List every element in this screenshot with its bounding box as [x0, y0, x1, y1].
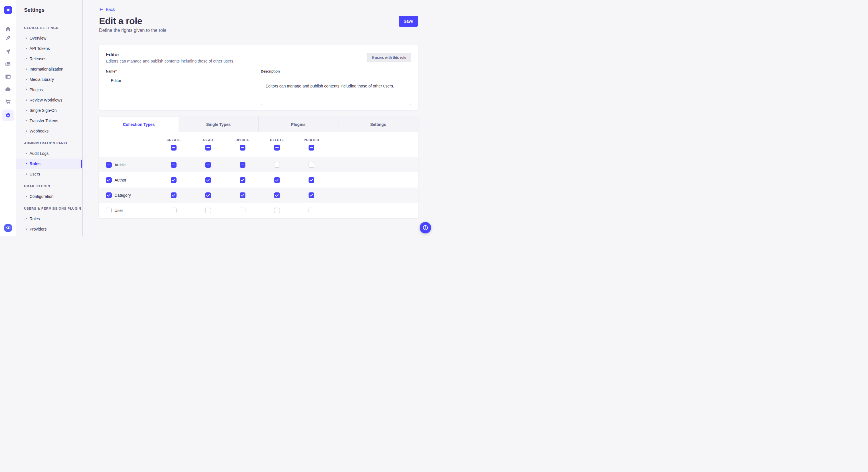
user-avatar[interactable]: KD	[4, 224, 12, 232]
checkbox-cell	[156, 193, 191, 198]
column-header-read: READ	[191, 138, 225, 142]
row-checkbox-author[interactable]	[106, 177, 112, 183]
sidebar-item-webhooks[interactable]: Webhooks	[16, 126, 82, 136]
checkbox-cell	[294, 208, 329, 213]
checkbox-cell	[294, 193, 329, 198]
back-arrow-icon	[99, 7, 104, 12]
sidebar-item-roles[interactable]: Roles	[16, 159, 82, 169]
sidebar-item-configuration[interactable]: Configuration	[16, 191, 82, 202]
row-checkbox-user[interactable]	[106, 208, 112, 213]
sidebar-section-label: USERS & PERMISSIONS PLUGIN	[16, 206, 82, 211]
tab-settings[interactable]: Settings	[338, 117, 418, 132]
permissions-table: CREATEREADUPDATEDELETEPUBLISH ArticleAut…	[99, 132, 418, 218]
row-label-cell: Author	[99, 177, 156, 183]
select-all-create-checkbox[interactable]	[171, 145, 177, 150]
main-content: Back Edit a role Define the rights given…	[83, 0, 434, 236]
back-link[interactable]: Back	[99, 7, 115, 12]
name-input[interactable]	[106, 75, 256, 86]
bullet-dot-icon	[26, 229, 27, 230]
sidebar-item-media-library[interactable]: Media Library	[16, 74, 82, 85]
checkbox-author-create[interactable]	[171, 177, 177, 183]
sidebar-title: Settings	[16, 0, 82, 13]
row-checkbox-category[interactable]	[106, 193, 112, 198]
sidebar-item-overview[interactable]: Overview	[16, 33, 82, 43]
sidebar-item-api-tokens[interactable]: API Tokens	[16, 43, 82, 54]
bullet-dot-icon	[26, 131, 27, 132]
row-label-cell: Article	[99, 162, 156, 168]
permissions-card: Collection TypesSingle TypesPluginsSetti…	[99, 117, 418, 218]
strapi-logo[interactable]	[4, 6, 12, 14]
checkbox-author-delete[interactable]	[274, 177, 280, 183]
checkbox-user-publish[interactable]	[309, 208, 314, 213]
checkbox-category-read[interactable]	[205, 193, 211, 198]
checkbox-article-read[interactable]	[205, 162, 211, 168]
checkbox-user-read[interactable]	[205, 208, 211, 213]
checkbox-user-delete[interactable]	[274, 208, 280, 213]
tab-plugins[interactable]: Plugins	[258, 117, 338, 132]
checkbox-author-read[interactable]	[205, 177, 211, 183]
tab-collection-types[interactable]: Collection Types	[99, 117, 179, 132]
sidebar-item-releases[interactable]: Releases	[16, 54, 82, 64]
checkbox-user-update[interactable]	[240, 208, 245, 213]
sidebar-section-label: GLOBAL SETTINGS	[16, 26, 82, 30]
content-manager-icon[interactable]	[0, 33, 16, 43]
save-button[interactable]: Save	[399, 16, 418, 27]
checkbox-cell	[294, 162, 329, 168]
checkbox-article-update[interactable]	[240, 162, 245, 168]
checkbox-author-update[interactable]	[240, 177, 245, 183]
select-all-publish-checkbox[interactable]	[309, 145, 314, 150]
checkbox-cell	[260, 208, 294, 213]
cloud-icon[interactable]	[0, 84, 16, 94]
media-library-icon[interactable]	[0, 59, 16, 69]
checkbox-category-delete[interactable]	[274, 193, 280, 198]
row-checkbox-article[interactable]	[106, 162, 112, 168]
select-all-read-checkbox[interactable]	[205, 145, 211, 150]
bullet-dot-icon	[26, 58, 27, 59]
row-label: Article	[115, 163, 126, 167]
sidebar-item-audit-logs[interactable]: Audit Logs	[16, 148, 82, 159]
column-header-delete: DELETE	[260, 138, 294, 142]
checkbox-category-create[interactable]	[171, 193, 177, 198]
description-textarea[interactable]	[261, 75, 411, 105]
sidebar-item-plugins[interactable]: Plugins	[16, 85, 82, 95]
required-asterisk: *	[115, 69, 117, 73]
sidebar-item-transfer-tokens[interactable]: Transfer Tokens	[16, 115, 82, 126]
row-label-cell: User	[99, 208, 156, 213]
marketplace-icon[interactable]	[0, 97, 16, 107]
sidebar-item-single-sign-on[interactable]: Single Sign-On	[16, 105, 82, 115]
releases-icon[interactable]	[0, 46, 16, 56]
checkbox-category-publish[interactable]	[309, 193, 314, 198]
sidebar-item-label: Releases	[30, 57, 46, 61]
select-all-delete-checkbox[interactable]	[274, 145, 280, 150]
permission-row-user: User	[99, 203, 418, 218]
checkbox-author-publish[interactable]	[309, 177, 314, 183]
rail-divider	[0, 16, 16, 16]
page-subtitle: Define the rights given to the role	[99, 28, 166, 33]
home-icon[interactable]	[0, 24, 16, 34]
help-button[interactable]	[420, 222, 431, 233]
checkbox-cell	[191, 193, 225, 198]
sidebar-item-internationalization[interactable]: Internationalization	[16, 64, 82, 74]
sidebar-item-users[interactable]: Users	[16, 169, 82, 179]
bullet-dot-icon	[26, 173, 27, 175]
permissions-tabs: Collection TypesSingle TypesPluginsSetti…	[99, 117, 418, 132]
sidebar-item-roles[interactable]: Roles	[16, 214, 82, 224]
users-with-role-button[interactable]: 0 users with this role	[367, 53, 411, 62]
bullet-dot-icon	[26, 89, 27, 90]
checkbox-article-create[interactable]	[171, 162, 177, 168]
checkbox-cell	[156, 208, 191, 213]
checkbox-article-delete[interactable]	[274, 162, 280, 168]
checkbox-category-update[interactable]	[240, 193, 245, 198]
select-all-update-checkbox[interactable]	[240, 145, 245, 150]
tab-single-types[interactable]: Single Types	[179, 117, 258, 132]
bullet-dot-icon	[26, 163, 27, 164]
checkbox-user-create[interactable]	[171, 208, 177, 213]
sidebar-item-providers[interactable]: Providers	[16, 224, 82, 234]
sidebar-item-review-workflows[interactable]: Review Workflows	[16, 95, 82, 105]
checkbox-cell	[191, 162, 225, 168]
content-type-builder-icon[interactable]	[0, 72, 16, 81]
settings-icon[interactable]	[2, 109, 14, 121]
sidebar-item-label: Users	[30, 172, 40, 176]
checkbox-article-publish[interactable]	[309, 162, 314, 168]
sidebar-item-label: Roles	[30, 162, 40, 166]
